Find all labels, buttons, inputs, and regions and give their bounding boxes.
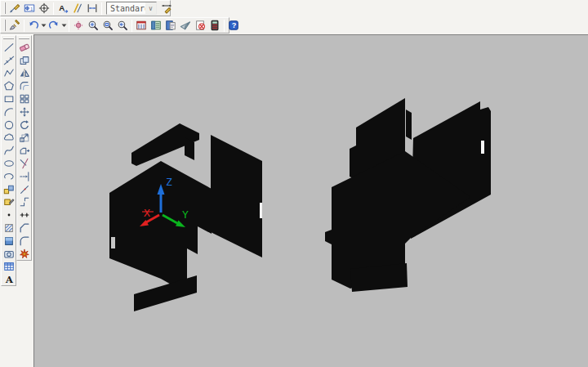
scale-icon xyxy=(19,132,30,143)
gradient-button[interactable] xyxy=(2,235,16,248)
stretch-button[interactable] xyxy=(18,144,31,157)
undo-dropdown[interactable] xyxy=(41,18,47,33)
table-button[interactable] xyxy=(2,261,16,274)
cad-application-window: 1AStandard∨ ? A ZYX xyxy=(0,0,588,367)
markup-icon xyxy=(194,20,206,31)
toolbar-separator xyxy=(131,20,132,32)
explode-button[interactable] xyxy=(18,248,31,261)
flat-carton-blank-face[interactable] xyxy=(406,110,412,140)
fillet-icon xyxy=(19,235,30,247)
multiline-text-button[interactable]: A xyxy=(2,273,16,286)
circle-button[interactable] xyxy=(2,119,16,132)
chevron-down-icon[interactable]: ∨ xyxy=(145,2,156,14)
polygon-icon xyxy=(3,80,15,92)
dimtextedit-icon: A xyxy=(57,2,69,14)
make-block-button[interactable] xyxy=(2,196,16,209)
chamfer-button[interactable] xyxy=(18,222,31,235)
arc-button[interactable] xyxy=(2,105,16,119)
ellipse-arc-button[interactable] xyxy=(2,170,16,183)
designcenter-button[interactable] xyxy=(149,18,163,33)
tolerance-icon: 1 xyxy=(24,2,35,14)
dim-style-dropdown[interactable]: Standard∨ xyxy=(106,2,157,15)
zoomprev-icon xyxy=(117,20,128,31)
toolbar-separator xyxy=(224,20,225,32)
tool-palettes-button[interactable] xyxy=(163,18,178,33)
calc-icon xyxy=(209,20,220,31)
match-properties-button[interactable] xyxy=(7,18,22,33)
drawing-canvas[interactable]: ZYX xyxy=(33,34,588,367)
center-mark-button[interactable] xyxy=(37,1,51,16)
trim-icon xyxy=(19,158,30,169)
mirror-button[interactable] xyxy=(18,67,31,80)
break-button[interactable] xyxy=(18,196,31,209)
fillet-button[interactable] xyxy=(18,235,31,248)
centermark-icon xyxy=(38,2,50,14)
move-button[interactable] xyxy=(18,105,31,119)
tolerance-button[interactable]: 1 xyxy=(22,1,37,16)
palettes-icon xyxy=(165,20,176,31)
quick-leader-button[interactable] xyxy=(7,1,22,16)
ellipse-button[interactable] xyxy=(2,157,16,170)
undo-button[interactable] xyxy=(26,18,41,33)
dimension-update-button[interactable] xyxy=(85,1,100,16)
insert-block-button[interactable] xyxy=(2,183,16,196)
toolbar-grip[interactable] xyxy=(3,38,14,39)
sheet-set-manager-button[interactable] xyxy=(178,18,193,33)
point-button[interactable] xyxy=(2,208,16,222)
rectangle-button[interactable] xyxy=(2,92,16,105)
line-icon xyxy=(3,42,15,53)
zoom-window-button[interactable] xyxy=(100,18,115,33)
array-button[interactable] xyxy=(18,92,31,105)
dim-style-value: Standard xyxy=(107,4,145,13)
pan-realtime-button[interactable] xyxy=(71,18,86,33)
trim-button[interactable] xyxy=(18,157,31,170)
quickcalc-button[interactable] xyxy=(207,18,222,33)
break-at-point-button[interactable] xyxy=(18,183,31,196)
join-button[interactable] xyxy=(18,208,31,222)
zoom-realtime-button[interactable] xyxy=(86,18,100,33)
properties-palette-button[interactable] xyxy=(134,18,149,33)
table-icon xyxy=(3,261,15,272)
zoom-previous-button[interactable] xyxy=(115,18,130,33)
help-button[interactable]: ? xyxy=(226,18,241,33)
draw-toolbar: A xyxy=(1,35,16,286)
scale-button[interactable] xyxy=(18,132,31,145)
copy-button[interactable] xyxy=(18,54,31,67)
mkblock-icon xyxy=(3,196,15,208)
region-icon xyxy=(3,248,15,260)
mtext-icon: A xyxy=(3,274,15,285)
redo-button[interactable] xyxy=(47,18,61,33)
erase-button[interactable] xyxy=(18,41,31,54)
polygon-button[interactable] xyxy=(2,79,16,92)
dimension-oblique-button[interactable] xyxy=(70,1,85,16)
svg-text:1: 1 xyxy=(30,6,33,11)
toolbar-grip[interactable] xyxy=(4,20,6,31)
region-button[interactable] xyxy=(2,248,16,261)
svg-text:A: A xyxy=(5,275,13,286)
dimension-style-button[interactable] xyxy=(159,1,174,16)
dimension-text-edit-button[interactable]: A xyxy=(56,1,70,16)
circle-icon xyxy=(3,119,15,131)
redo-dropdown[interactable] xyxy=(61,18,67,33)
rotate-button[interactable] xyxy=(18,119,31,132)
offset-button[interactable] xyxy=(18,79,31,92)
dimstyle-icon xyxy=(161,2,172,14)
ucs-x-label: X xyxy=(144,207,150,219)
offset-icon xyxy=(19,80,30,92)
line-button[interactable] xyxy=(2,41,16,54)
hatch-button[interactable] xyxy=(2,222,16,235)
polyline-button[interactable] xyxy=(2,67,16,80)
spline-button[interactable] xyxy=(2,144,16,157)
extend-button[interactable] xyxy=(18,170,31,183)
toolbar-grip[interactable] xyxy=(4,2,6,14)
construction-line-button[interactable] xyxy=(2,54,16,67)
toolbar-grip[interactable] xyxy=(19,38,29,39)
hatch-icon xyxy=(3,222,15,234)
modify-toolbar xyxy=(16,35,32,261)
join-icon xyxy=(19,209,30,221)
markup-set-manager-button[interactable] xyxy=(193,18,207,33)
revision-cloud-button[interactable] xyxy=(2,132,16,145)
toolbar-separator xyxy=(69,20,69,32)
pline-icon xyxy=(3,67,15,78)
props-icon xyxy=(136,20,147,31)
